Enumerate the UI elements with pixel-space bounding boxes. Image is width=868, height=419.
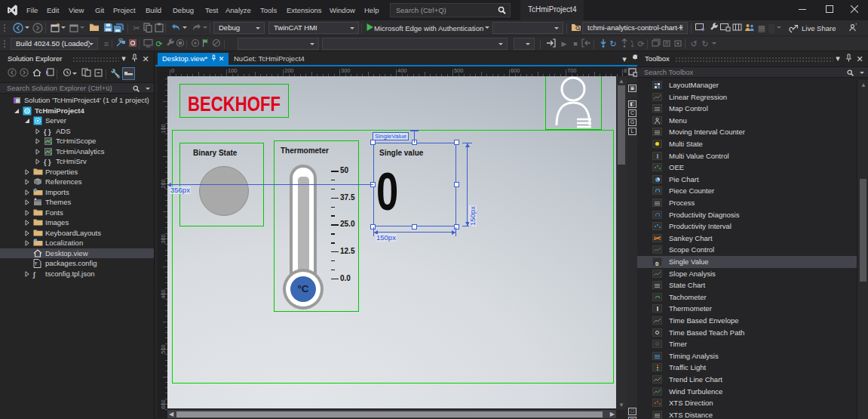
menu-view[interactable]: View: [69, 0, 84, 20]
search-options-dropdown[interactable]: [860, 72, 864, 74]
columns-icon[interactable]: [731, 23, 743, 34]
web-live-preview-icon[interactable]: [695, 23, 707, 34]
solution-explorer-search[interactable]: Search Solution Explorer (Ctrl+ü): [0, 82, 154, 94]
feedback-icon[interactable]: [846, 23, 858, 34]
cut-icon[interactable]: ✂: [130, 23, 143, 34]
navigate-backward-dropdown[interactable]: [25, 26, 29, 29]
undo-dropdown[interactable]: [182, 26, 187, 29]
sync-icon-1[interactable]: ↺: [688, 39, 700, 50]
toolbox-item-productivity-diagnosis[interactable]: Productivity Diagnosis: [637, 209, 857, 221]
toolbox-item-wind-turbulence[interactable]: Wind Turbulence: [637, 386, 857, 398]
resize-handle-ne[interactable]: [454, 140, 459, 145]
designer-vertical-scrollbar[interactable]: ▲ ▼: [616, 76, 627, 410]
pane-toggle-icon-1[interactable]: □: [628, 408, 636, 415]
new-project-dropdown[interactable]: [61, 26, 66, 29]
collapse-arrow-icon[interactable]: [35, 138, 41, 144]
minimize-button[interactable]: [788, 0, 817, 20]
collapse-arrow-icon[interactable]: [24, 179, 30, 185]
toolbox-item-single-value[interactable]: 0Single Value: [637, 256, 857, 268]
expand-arrow-icon[interactable]: [24, 118, 30, 124]
loop-icon[interactable]: ⟳: [635, 39, 647, 50]
navigate-forward-icon[interactable]: [32, 23, 44, 34]
thermometer-control[interactable]: Thermometer °C 5037.525.012.50.0: [274, 140, 359, 312]
toolbox-item-thermometer[interactable]: Thermometer: [637, 303, 857, 315]
split-view-icon[interactable]: ◧: [628, 100, 636, 108]
resize-handle-nw[interactable]: [370, 140, 376, 145]
toolbox-item-oee[interactable]: OEE: [637, 162, 857, 174]
tree-item-keyboardlayouts[interactable]: KeyboardLayouts: [0, 228, 154, 239]
properties-wrench-icon[interactable]: [707, 23, 719, 34]
menu-project[interactable]: Project: [113, 0, 136, 20]
toolbox-item-timing-analysis[interactable]: Timing Analysis: [637, 350, 857, 362]
menu-git[interactable]: Git: [95, 0, 104, 20]
toolbar2-empty-combo-2[interactable]: [322, 38, 508, 50]
build-icon-1[interactable]: [650, 39, 662, 50]
toolbox-item-linear-regression[interactable]: Linear Regression: [637, 91, 857, 103]
tree-item-packages-config[interactable]: packages.config: [0, 258, 154, 269]
toolbar2-empty-combo-1[interactable]: [238, 38, 319, 50]
collapse-arrow-icon[interactable]: [24, 230, 30, 236]
tab-pin-icon[interactable]: [207, 54, 216, 63]
scroll-left-arrow[interactable]: ◀: [169, 411, 173, 417]
toolbox-item-slope-analysis[interactable]: Slope Analysis: [637, 268, 857, 280]
vertical-scroll-thumb[interactable]: [618, 85, 625, 165]
solution-platforms-combo[interactable]: TwinCAT HMI: [268, 22, 359, 34]
collapse-arrow-icon[interactable]: [24, 240, 30, 246]
preview-selected-items-toggle[interactable]: [122, 67, 135, 80]
tree-item-properties[interactable]: Properties: [0, 167, 154, 177]
tree-item-solution-tchmiproject4-1-of-1-project-[interactable]: Solution 'TcHmiProject4' (1 of 1 project…: [0, 95, 154, 106]
tab-nuget-tchmiproject4[interactable]: NuGet: TcHmiProject4: [229, 53, 309, 65]
toolbox-item-moving-interval-counter[interactable]: Moving Interval Counter: [637, 126, 857, 138]
grid-icon-2[interactable]: ░: [765, 23, 778, 34]
toolbar-grip[interactable]: [3, 23, 6, 33]
menu-help[interactable]: Help: [364, 0, 379, 20]
scroll-down-arrow[interactable]: ▼: [618, 402, 624, 408]
build-icon-2[interactable]: [661, 39, 673, 50]
disabled-circle-icon[interactable]: [174, 39, 186, 50]
menu-build[interactable]: Build: [146, 0, 161, 20]
home-icon[interactable]: [31, 68, 43, 79]
toolbox-item-state-chart[interactable]: State Chart: [637, 279, 857, 291]
attach-icon[interactable]: [544, 39, 557, 50]
user-control[interactable]: [545, 76, 602, 130]
toolbar-overflow-dropdown[interactable]: [712, 42, 716, 45]
filter-dropdown[interactable]: [72, 72, 77, 75]
add-item-icon[interactable]: [68, 23, 80, 34]
undo-icon[interactable]: [170, 23, 182, 34]
toolbox-item-tachometer[interactable]: Tachometer: [637, 291, 857, 303]
collapse-arrow-icon[interactable]: [35, 128, 41, 134]
navigate-backward-icon[interactable]: [12, 23, 24, 34]
tab-close-icon[interactable]: ✕: [216, 55, 224, 63]
sync-active-document-icon[interactable]: [80, 68, 92, 79]
toolbox-item-time-based-envelope[interactable]: Time Based Envelope: [637, 315, 857, 327]
search-options-dropdown[interactable]: [146, 88, 150, 90]
toolbox-item-traffic-light[interactable]: Traffic Light: [637, 362, 857, 374]
toolbox-item-productivity-interval[interactable]: Productivity Interval: [637, 220, 857, 233]
tree-item-themes[interactable]: Themes: [0, 197, 154, 208]
monitor-icon[interactable]: [142, 39, 154, 50]
tree-item-tsconfig-tpl-json[interactable]: ∫tsconfig.tpl.json: [0, 269, 154, 279]
new-project-icon[interactable]: [49, 23, 61, 34]
collapse-arrow-icon[interactable]: [24, 220, 30, 226]
collapse-arrow-icon[interactable]: [35, 159, 41, 165]
package-combo[interactable]: tchmi-analytics-control-chart-fi: [582, 22, 688, 34]
save-all-icon[interactable]: [112, 23, 124, 34]
redo-icon[interactable]: [190, 23, 202, 34]
forward-icon[interactable]: [18, 68, 30, 79]
run-target-label[interactable]: Microsoft Edge with Authentication: [374, 23, 483, 34]
tree-item-desktop-view[interactable]: Desktop.view: [0, 248, 154, 259]
package-folder-icon[interactable]: [570, 23, 582, 34]
detach-icon[interactable]: [580, 39, 592, 50]
toolbox-item-time-based-teach-path[interactable]: Time Based Teach Path: [637, 327, 857, 339]
toolbar-options-icon[interactable]: ≡: [100, 39, 112, 50]
collapse-arrow-icon[interactable]: [35, 149, 41, 155]
sync-icon-2[interactable]: ↻: [699, 39, 711, 50]
tree-item-references[interactable]: References: [0, 177, 154, 187]
toolbox-item-multi-value-control[interactable]: Multi Value Control: [637, 150, 857, 162]
menu-debug[interactable]: Debug: [173, 0, 194, 20]
toolbox-item-piece-counter[interactable]: Piece Counter: [637, 185, 857, 197]
collapse-arrow-icon[interactable]: [24, 210, 30, 216]
tree-item-ads[interactable]: { }ADS: [0, 126, 154, 137]
twincat-target-icon[interactable]: [115, 39, 127, 50]
toolbar2-small-combo[interactable]: [514, 38, 535, 50]
